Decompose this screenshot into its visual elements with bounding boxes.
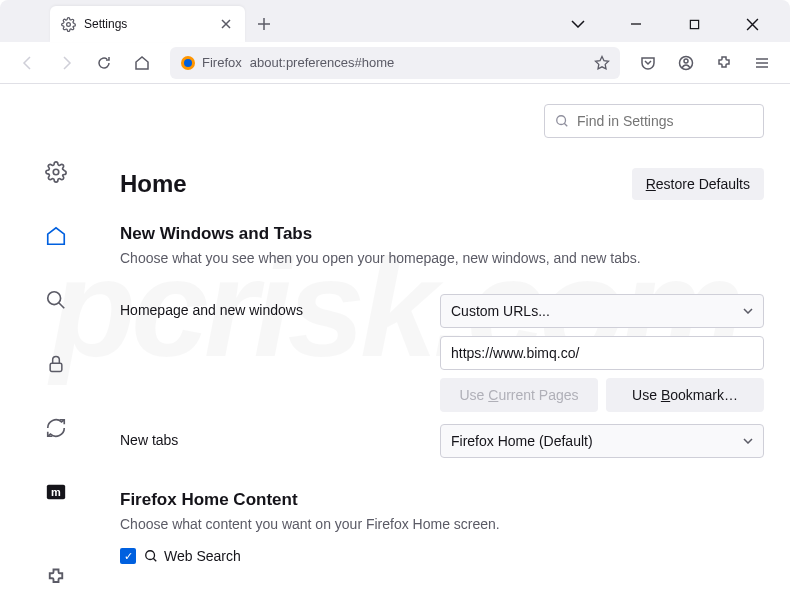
page-title: Home bbox=[120, 170, 187, 198]
tab-bar: Settings bbox=[0, 0, 790, 42]
app-menu-icon[interactable] bbox=[746, 47, 778, 79]
section-desc-home-content: Choose what content you want on your Fir… bbox=[120, 516, 764, 532]
section-title-home-content: Firefox Home Content bbox=[120, 490, 764, 510]
search-icon bbox=[555, 114, 569, 128]
websearch-checkbox[interactable]: ✓ bbox=[120, 548, 136, 564]
sidebar-item-search[interactable] bbox=[38, 282, 74, 318]
minimize-button[interactable] bbox=[616, 9, 656, 39]
forward-button[interactable] bbox=[50, 47, 82, 79]
svg-point-7 bbox=[48, 292, 61, 305]
urlbar-label: Firefox bbox=[202, 55, 242, 70]
maximize-button[interactable] bbox=[674, 9, 714, 39]
svg-point-0 bbox=[66, 22, 70, 26]
pocket-icon[interactable] bbox=[632, 47, 664, 79]
restore-defaults-button[interactable]: Restore Defaults bbox=[632, 168, 764, 200]
close-icon[interactable] bbox=[217, 15, 235, 33]
sidebar-item-extensions[interactable] bbox=[38, 559, 74, 595]
tab-settings[interactable]: Settings bbox=[50, 6, 245, 42]
chevron-down-icon bbox=[743, 308, 753, 314]
search-settings-input[interactable] bbox=[544, 104, 764, 138]
homepage-select[interactable]: Custom URLs... bbox=[440, 294, 764, 328]
svg-rect-8 bbox=[50, 363, 62, 371]
urlbar-text: about:preferences#home bbox=[250, 55, 586, 70]
identity-box[interactable]: Firefox bbox=[180, 55, 242, 71]
sidebar-item-privacy[interactable] bbox=[38, 346, 74, 382]
sidebar: m bbox=[0, 84, 112, 615]
sidebar-item-sync[interactable] bbox=[38, 410, 74, 446]
toolbar: Firefox about:preferences#home bbox=[0, 42, 790, 84]
search-icon bbox=[144, 549, 158, 563]
gear-icon bbox=[60, 16, 76, 32]
home-button[interactable] bbox=[126, 47, 158, 79]
use-current-pages-button[interactable]: Use Current Pages bbox=[440, 378, 598, 412]
new-tab-button[interactable] bbox=[249, 9, 279, 39]
svg-point-3 bbox=[184, 59, 192, 67]
homepage-label: Homepage and new windows bbox=[120, 294, 420, 318]
tabs-dropdown-icon[interactable] bbox=[558, 9, 598, 39]
back-button[interactable] bbox=[12, 47, 44, 79]
newtabs-select[interactable]: Firefox Home (Default) bbox=[440, 424, 764, 458]
extensions-icon[interactable] bbox=[708, 47, 740, 79]
sidebar-item-more[interactable]: m bbox=[38, 474, 74, 510]
chevron-down-icon bbox=[743, 438, 753, 444]
sidebar-item-home[interactable] bbox=[38, 218, 74, 254]
main-content: Home Restore Defaults New Windows and Ta… bbox=[112, 84, 790, 615]
sidebar-item-general[interactable] bbox=[38, 154, 74, 190]
url-bar[interactable]: Firefox about:preferences#home bbox=[170, 47, 620, 79]
svg-rect-1 bbox=[690, 20, 698, 28]
reload-button[interactable] bbox=[88, 47, 120, 79]
account-icon[interactable] bbox=[670, 47, 702, 79]
close-window-button[interactable] bbox=[732, 9, 772, 39]
section-title-windows-tabs: New Windows and Tabs bbox=[120, 224, 764, 244]
newtabs-label: New tabs bbox=[120, 424, 420, 448]
bookmark-star-icon[interactable] bbox=[594, 55, 610, 71]
svg-point-6 bbox=[53, 169, 59, 175]
svg-text:m: m bbox=[51, 486, 61, 498]
svg-point-5 bbox=[684, 59, 688, 63]
homepage-url-input[interactable] bbox=[440, 336, 764, 370]
websearch-label: Web Search bbox=[144, 548, 241, 564]
tab-title: Settings bbox=[84, 17, 209, 31]
use-bookmark-button[interactable]: Use Bookmark… bbox=[606, 378, 764, 412]
section-desc: Choose what you see when you open your h… bbox=[120, 250, 764, 266]
firefox-logo-icon bbox=[180, 55, 196, 71]
